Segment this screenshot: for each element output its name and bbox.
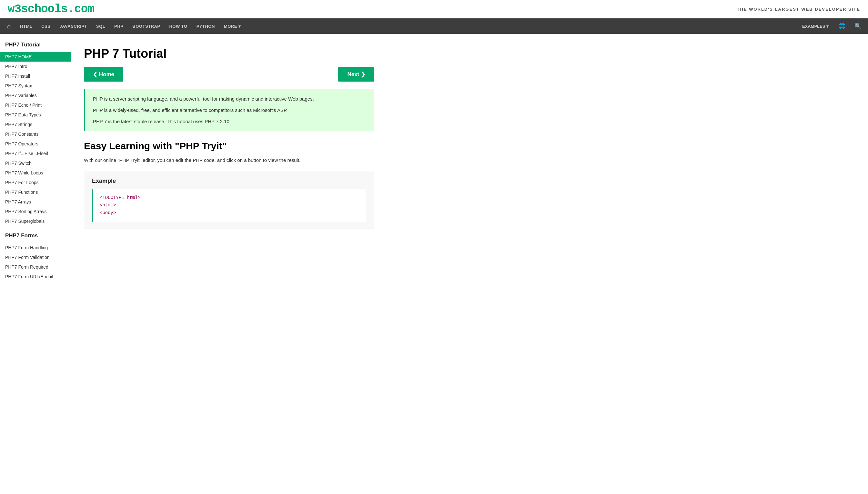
sidebar-item-php7formurl[interactable]: PHP7 Form URL/E-mail	[0, 272, 71, 282]
nav-item-css[interactable]: CSS	[37, 18, 55, 34]
nav-home-icon[interactable]: ⌂	[3, 23, 16, 30]
nav-examples[interactable]: EXAMPLES ▾	[798, 24, 833, 29]
code-line-3: <body>	[100, 209, 360, 217]
sidebar-item-php7whileloops[interactable]: PHP7 While Loops	[0, 168, 71, 178]
sidebar-item-php7install[interactable]: PHP7 Install	[0, 71, 71, 81]
nav-buttons: ❮ Home Next ❯	[84, 67, 374, 81]
sidebar-item-php7formrequired[interactable]: PHP7 Form Required	[0, 262, 71, 272]
example-box: Example <!DOCTYPE html> <html> <body>	[84, 171, 374, 229]
nav-item-bootstrap[interactable]: BOOTSTRAP	[128, 18, 165, 34]
code-line-1: <!DOCTYPE html>	[100, 194, 360, 202]
next-button[interactable]: Next ❯	[338, 67, 374, 81]
code-line-2: <html>	[100, 202, 360, 209]
sidebar-section-php7forms: PHP7 Forms	[0, 230, 71, 243]
sidebar-item-php7ifelse[interactable]: PHP7 If...Else...Elseif	[0, 149, 71, 158]
sidebar-item-php7home[interactable]: PHP7 HOME	[0, 52, 71, 62]
sidebar-item-php7arrays[interactable]: PHP7 Arrays	[0, 197, 71, 207]
nav-item-html[interactable]: HTML	[16, 18, 37, 34]
sidebar-item-php7formhandling[interactable]: PHP7 Form Handling	[0, 243, 71, 252]
nav-bar: ⌂ HTML CSS JAVASCRIPT SQL PHP BOOTSTRAP …	[0, 18, 868, 34]
info-line-2: PHP is a widely-used, free, and efficien…	[93, 106, 367, 114]
sidebar-item-php7superglobals[interactable]: PHP7 Superglobals	[0, 216, 71, 226]
sidebar-item-php7sortingarrays[interactable]: PHP7 Sorting Arrays	[0, 207, 71, 216]
sidebar-item-php7intro[interactable]: PHP7 Intro	[0, 62, 71, 71]
sidebar-item-php7constants[interactable]: PHP7 Constants	[0, 129, 71, 139]
search-icon[interactable]: 🔍	[851, 23, 865, 30]
globe-icon[interactable]: 🌐	[834, 23, 849, 30]
sidebar-item-php7operators[interactable]: PHP7 Operators	[0, 139, 71, 149]
sidebar-item-php7strings[interactable]: PHP7 Strings	[0, 120, 71, 129]
sidebar-item-php7variables[interactable]: PHP7 Variables	[0, 91, 71, 100]
sidebar-item-php7forloops[interactable]: PHP7 For Loops	[0, 178, 71, 187]
main-content: PHP 7 Tutorial ❮ Home Next ❯ PHP is a se…	[71, 34, 387, 287]
sidebar-item-php7switch[interactable]: PHP7 Switch	[0, 158, 71, 168]
nav-item-more[interactable]: MORE ▾	[219, 18, 245, 34]
info-line-1: PHP is a server scripting language, and …	[93, 94, 367, 103]
section-heading: Easy Learning with "PHP Tryit"	[84, 140, 374, 152]
section-text: With our online "PHP Tryit" editor, you …	[84, 156, 374, 165]
sidebar: PHP7 Tutorial PHP7 HOME PHP7 Intro PHP7 …	[0, 34, 71, 287]
example-label: Example	[92, 178, 366, 185]
info-box: PHP is a server scripting language, and …	[84, 89, 374, 131]
nav-item-sql[interactable]: SQL	[92, 18, 110, 34]
nav-item-python[interactable]: PYTHON	[192, 18, 219, 34]
sidebar-item-php7functions[interactable]: PHP7 Functions	[0, 187, 71, 197]
sidebar-item-php7echo[interactable]: PHP7 Echo / Print	[0, 100, 71, 110]
brand-tagline: THE WORLD'S LARGEST WEB DEVELOPER SITE	[737, 7, 860, 12]
sidebar-section-php7-tutorial: PHP7 Tutorial	[0, 39, 71, 52]
home-button[interactable]: ❮ Home	[84, 67, 123, 81]
page-title: PHP 7 Tutorial	[84, 47, 374, 61]
info-line-3: PHP 7 is the latest stable release. This…	[93, 117, 367, 126]
nav-item-javascript[interactable]: JAVASCRIPT	[55, 18, 91, 34]
nav-item-howto[interactable]: HOW TO	[165, 18, 192, 34]
sidebar-item-php7datatypes[interactable]: PHP7 Data Types	[0, 110, 71, 120]
sidebar-item-php7formvalidation[interactable]: PHP7 Form Validation	[0, 252, 71, 262]
sidebar-item-php7syntax[interactable]: PHP7 Syntax	[0, 81, 71, 91]
nav-item-php[interactable]: PHP	[110, 18, 128, 34]
site-logo[interactable]: w3schools.com	[8, 3, 94, 16]
code-block: <!DOCTYPE html> <html> <body>	[92, 189, 366, 222]
